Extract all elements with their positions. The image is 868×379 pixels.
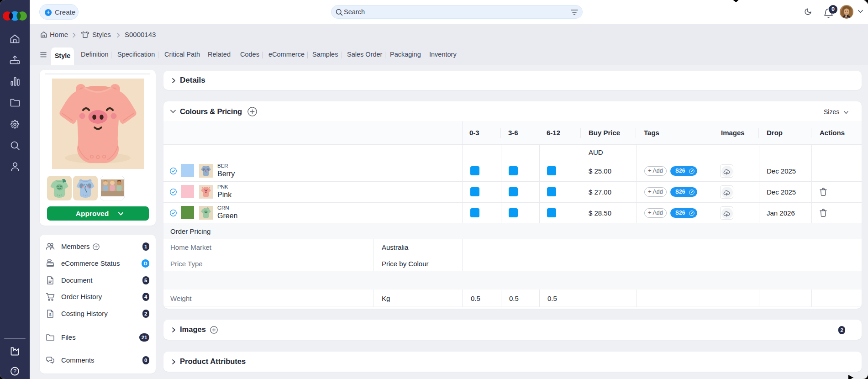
svg-text:?: ? (13, 368, 16, 374)
svg-text:$: $ (49, 312, 51, 317)
